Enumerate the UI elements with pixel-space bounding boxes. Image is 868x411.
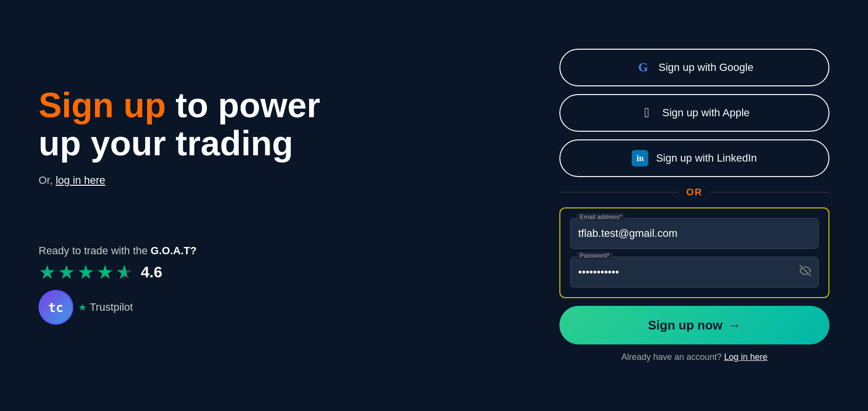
- or-line-left: [559, 192, 678, 192]
- trustpilot-star-icon: ★: [78, 301, 87, 313]
- google-icon: G: [636, 60, 651, 75]
- star-1: ★: [39, 261, 56, 283]
- stars-row: ★ ★ ★ ★ ★ ★ 4.6: [39, 261, 530, 283]
- login-link-bottom[interactable]: Log in here: [724, 352, 768, 362]
- google-btn-label: Sign up with Google: [659, 61, 754, 74]
- password-input[interactable]: [570, 257, 819, 288]
- password-wrapper: [570, 257, 819, 288]
- apple-btn-label: Sign up with Apple: [662, 107, 749, 119]
- svg-text:tc: tc: [48, 301, 63, 315]
- or-text: OR: [686, 187, 703, 198]
- already-account-row: Already have an account? Log in here: [559, 352, 829, 362]
- rating-number: 4.6: [141, 263, 162, 281]
- headline-accent: Sign up: [39, 86, 166, 124]
- google-signup-button[interactable]: G Sign up with Google: [559, 49, 829, 86]
- linkedin-btn-label: Sign up with LinkedIn: [656, 152, 757, 164]
- or-line-right: [710, 192, 829, 192]
- star-2: ★: [58, 261, 75, 283]
- password-label: Password*: [577, 252, 612, 259]
- star-3: ★: [77, 261, 95, 283]
- left-section: Sign up to powerup your trading Or, log …: [39, 86, 559, 325]
- login-link-row: Or, log in here: [39, 174, 530, 187]
- email-input[interactable]: [570, 218, 819, 249]
- apple-signup-button[interactable]:  Sign up with Apple: [559, 94, 829, 132]
- signup-btn-label: Sign up now: [648, 318, 723, 333]
- linkedin-icon: in: [632, 150, 648, 166]
- login-prefix: Or,: [39, 174, 53, 186]
- headline: Sign up to powerup your trading: [39, 86, 530, 163]
- trustpilot-label: ★ Trustpilot: [78, 301, 133, 314]
- email-label: Email address*: [577, 213, 624, 220]
- right-section: G Sign up with Google  Sign up with App…: [559, 49, 829, 362]
- trustpilot-section: Ready to trade with the G.O.A.T? ★ ★ ★ ★…: [39, 245, 530, 325]
- password-group: Password*: [570, 257, 819, 288]
- login-link[interactable]: log in here: [55, 174, 105, 186]
- trustpilot-tagline: Ready to trade with the G.O.A.T?: [39, 245, 530, 257]
- linkedin-signup-button[interactable]: in Sign up with LinkedIn: [559, 139, 829, 177]
- trustpilot-logo-row: tc ★ Trustpilot: [39, 290, 530, 325]
- star-4: ★: [96, 261, 114, 283]
- form-box: Email address* Password*: [559, 207, 829, 298]
- email-group: Email address*: [570, 218, 819, 249]
- apple-icon: : [639, 105, 654, 121]
- signup-now-button[interactable]: Sign up now →: [559, 306, 829, 344]
- star-5-half: ★ ★: [116, 261, 133, 283]
- toggle-password-button[interactable]: [800, 265, 811, 279]
- trustpilot-logo: tc: [39, 290, 73, 325]
- signup-arrow-icon: →: [728, 318, 741, 333]
- star-icons: ★ ★ ★ ★ ★ ★: [39, 261, 133, 283]
- or-divider: OR: [559, 187, 829, 198]
